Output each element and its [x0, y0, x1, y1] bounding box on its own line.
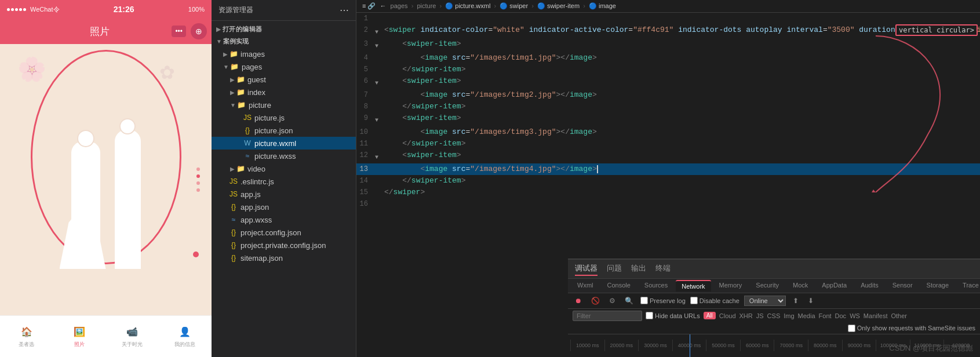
line-num-12: 12	[356, 150, 375, 161]
nav-item-home[interactable]: 🏠 圣者选	[0, 316, 53, 357]
nav-item-profile[interactable]: 👤 我的信息	[159, 316, 212, 357]
app-wxss-icon: ≈	[229, 215, 238, 224]
line-arrow-16	[375, 198, 384, 201]
tab-sources[interactable]: Sources	[639, 280, 673, 292]
img-filter[interactable]: Img	[784, 312, 794, 319]
back-icon[interactable]: ←	[380, 2, 387, 9]
file-picture-wxml-label: picture.wxml	[254, 139, 296, 148]
clear-button[interactable]: 🚫	[589, 296, 602, 306]
signal-dots	[7, 8, 26, 11]
tab-terminal[interactable]: 终端	[655, 262, 671, 276]
export-button[interactable]: ⬇	[806, 296, 816, 306]
line-num-8: 8	[356, 101, 375, 112]
code-line-4: 4 <image src="/images/timg1.jpg"></image…	[356, 52, 980, 64]
sep4: ›	[531, 2, 535, 9]
folder-guest-icon: 📁	[236, 75, 245, 84]
nav-item-moments[interactable]: 📹 关于时光	[106, 316, 159, 357]
xhr-filter[interactable]: XHR	[739, 312, 753, 319]
tab-storage[interactable]: Storage	[921, 280, 955, 292]
tab-console[interactable]: Console	[602, 280, 636, 292]
folder-index[interactable]: ▶ 📁 index	[212, 86, 356, 99]
code-content-14: </swiper-item>	[384, 175, 980, 187]
phone-title-bar: 照片 ••• ⊕	[0, 19, 212, 44]
line-arrow-12: ▼	[375, 150, 384, 163]
tab-trace[interactable]: Trace	[957, 280, 980, 292]
file-app-wxss[interactable]: ▶ ≈ app.wxss	[212, 213, 356, 226]
signal-dot-3	[15, 8, 18, 11]
more-icon[interactable]: •••	[172, 26, 186, 37]
folder-images[interactable]: ▶ 📁 images	[212, 48, 356, 60]
preserve-log-checkbox[interactable]	[640, 297, 648, 304]
font-filter[interactable]: Font	[819, 312, 832, 319]
folder-pages[interactable]: ▼ 📁 pages	[212, 60, 356, 73]
filter-toggle[interactable]: ⚙	[607, 296, 618, 306]
samesite-checkbox[interactable]	[848, 325, 855, 332]
code-line-12: 12 ▼ <swiper-item>	[356, 150, 980, 163]
tab-appdata[interactable]: AppData	[816, 280, 853, 292]
code-content-8: </swiper-item>	[384, 101, 980, 112]
doc-filter[interactable]: Doc	[835, 312, 847, 319]
file-project-private-config[interactable]: ▶ {} project.private.config.json	[212, 239, 356, 252]
throttle-select[interactable]: Online Fast 3G Slow 3G	[744, 296, 786, 306]
search-button[interactable]: 🔍	[622, 296, 636, 306]
camera-icon[interactable]: ⊕	[191, 23, 207, 39]
tab-wxml[interactable]: Wxml	[571, 280, 599, 292]
tab-memory[interactable]: Memory	[713, 280, 748, 292]
file-panel-header: 资源管理器 ⋯	[212, 0, 356, 21]
tab-output[interactable]: 输出	[631, 262, 646, 276]
js-filter[interactable]: JS	[756, 312, 764, 319]
folder-video[interactable]: ▶ 📁 video	[212, 162, 356, 175]
other-filter[interactable]: Other	[891, 312, 907, 319]
manifest-filter[interactable]: Manifest	[864, 312, 888, 319]
open-editors-header[interactable]: ▶ 打开的编辑器	[212, 23, 356, 35]
line-num-1: 1	[356, 13, 375, 24]
code-line-1: 1	[356, 13, 980, 24]
project-label: 案例实现	[223, 37, 249, 46]
import-button[interactable]: ⬆	[790, 296, 801, 306]
dot-2	[196, 174, 200, 178]
line-arrow-4	[375, 52, 384, 54]
file-project-config[interactable]: ▶ {} project.config.json	[212, 226, 356, 239]
more-options-icon[interactable]: ⋯	[340, 5, 349, 16]
nav-item-photos[interactable]: 🖼️ 照片	[53, 316, 105, 357]
sep5: ›	[583, 2, 587, 9]
tab-debugger[interactable]: 调试器	[575, 262, 598, 276]
nav-label-photos: 照片	[74, 341, 85, 348]
hide-data-urls-checkbox[interactable]	[646, 312, 653, 319]
breadcrumb-swiper: 🔵	[500, 2, 508, 9]
phone-simulator: WeChat令 21:26 100% 照片 ••• ⊕ 🌸 ✿	[0, 0, 212, 357]
folder-guest[interactable]: ▶ 📁 guest	[212, 73, 356, 86]
all-filter-btn[interactable]: All	[704, 312, 716, 319]
file-picture-js[interactable]: ▶ JS picture.js	[212, 111, 356, 124]
folder-arrow-index: ▶	[230, 89, 235, 96]
file-eslintrc[interactable]: ▶ JS .eslintrc.js	[212, 175, 356, 188]
project-header[interactable]: ▼ 案例实现	[212, 35, 356, 48]
filter-input[interactable]	[573, 311, 642, 321]
tab-audits[interactable]: Audits	[855, 280, 884, 292]
folder-images-label: images	[241, 50, 265, 59]
preserve-log-label: Preserve log	[640, 297, 686, 304]
tab-sensor[interactable]: Sensor	[887, 280, 919, 292]
media-filter[interactable]: Media	[798, 312, 815, 319]
file-picture-wxml[interactable]: ▶ W picture.wxml	[212, 137, 356, 150]
record-button[interactable]: ⏺	[573, 296, 584, 306]
tab-mock[interactable]: Mock	[787, 280, 814, 292]
file-picture-wxss[interactable]: ▶ ≈ picture.wxss	[212, 150, 356, 162]
ws-filter[interactable]: WS	[850, 312, 860, 319]
file-app-js[interactable]: ▶ JS app.js	[212, 188, 356, 201]
sep2: ›	[439, 2, 443, 9]
folder-index-icon: 📁	[236, 88, 245, 97]
cloud-filter[interactable]: Cloud	[719, 312, 736, 319]
css-filter[interactable]: CSS	[767, 312, 781, 319]
folder-picture[interactable]: ▼ 📁 picture	[212, 99, 356, 111]
phone-title: 照片	[90, 25, 110, 38]
file-sitemap[interactable]: ▶ {} sitemap.json	[212, 252, 356, 264]
tab-problems[interactable]: 问题	[607, 262, 622, 276]
disable-cache-checkbox[interactable]	[690, 297, 698, 304]
tab-security[interactable]: Security	[750, 280, 785, 292]
file-picture-json[interactable]: ▶ {} picture.json	[212, 124, 356, 137]
line-num-4: 4	[356, 52, 375, 64]
file-app-json[interactable]: ▶ {} app.json	[212, 201, 356, 213]
file-explorer-panel: 资源管理器 ⋯ ▶ 打开的编辑器 ▼ 案例实现 ▶ 📁 images ▼ 📁 p…	[212, 0, 356, 357]
tab-network[interactable]: Network	[676, 280, 711, 292]
